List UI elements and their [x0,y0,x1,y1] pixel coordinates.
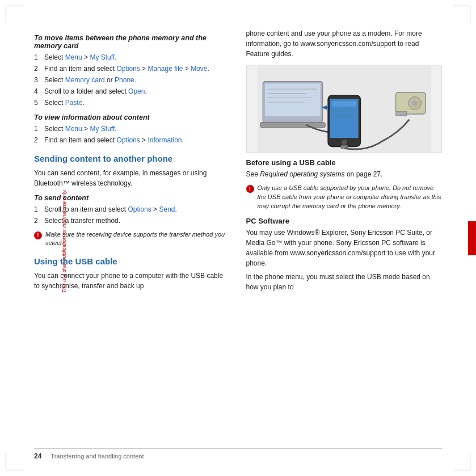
note-icon2: ! [246,185,254,193]
options-link: Options [116,65,140,73]
note-icon: ! [34,231,42,239]
move-items-heading: To move items between the phone memory a… [34,34,230,50]
corner-mark-tr [453,6,470,23]
section-pc-software: PC Software You may use Windows® Explore… [246,217,443,292]
svg-rect-11 [332,109,351,112]
menu-link2: Menu [65,125,82,133]
before-usb-heading: Before using a USB cable [246,158,443,167]
information-link: Information [148,136,182,144]
section-before-usb: Before using a USB cable See Required op… [246,158,443,211]
pc-software-body1: You may use Windows® Explorer, Sony Eric… [246,228,443,268]
svg-rect-12 [332,114,353,117]
usb-note: ! Only use a USB cable supported by your… [246,184,443,211]
send-content-steps: 1 Scroll to an item and select Options >… [34,204,230,226]
list-item: 3 Select Memory card or Phone. [34,75,230,85]
paste-link: Paste [65,99,83,107]
section-usb-cable: Using the USB cable You can connect your… [34,256,230,291]
list-item: 1 Select Menu > My Stuff. [34,124,230,134]
page-chapter: Transferring and handling content [50,453,144,460]
view-info-steps: 1 Select Menu > My Stuff. 2 Find an item… [34,124,230,145]
list-item: 1 Scroll to an item and select Options >… [34,204,230,214]
view-info-heading: To view information about content [34,113,230,121]
move-link: Move [191,65,207,73]
send-note-text: Make sure the receiving device supports … [45,230,230,248]
page-container: This is a draft publication for internal… [0,0,476,476]
managefile-link: Manage file [148,65,183,73]
svg-point-17 [412,100,418,106]
svg-point-13 [341,140,347,145]
svg-rect-10 [332,101,356,107]
device-image [246,65,443,153]
before-usb-body: See Required operating systems on page 2… [246,169,443,179]
mystuff-link2: My Stuff [90,125,115,133]
list-item: 1 Select Menu > My Stuff. [34,52,230,62]
sending-content-heading: Sending content to another phone [34,153,230,165]
menu-link: Menu [65,53,82,61]
send-note: ! Make sure the receiving device support… [34,230,230,248]
send-link: Send [159,205,175,213]
section-view-info: To view information about content 1 Sele… [34,113,230,145]
red-side-tab [468,221,476,255]
svg-rect-7 [260,122,325,128]
move-items-steps: 1 Select Menu > My Stuff. 2 Find an item… [34,52,230,108]
corner-mark-bl [6,453,23,470]
sending-content-body: You can send content, for example, in me… [34,168,230,188]
list-item: 4 Scroll to a folder and select Open. [34,86,230,96]
list-item: 2 Find an item and select Options > Info… [34,135,230,145]
usb-cable-heading: Using the USB cable [34,256,230,267]
mystuff-link: My Stuff [90,53,115,61]
right-column: phone content and use your phone as a mo… [246,28,443,436]
corner-mark-tl [6,6,23,23]
svg-rect-18 [395,111,406,116]
usb-note-text: Only use a USB cable supported by your p… [258,184,443,211]
memorycard-link: Memory card [65,76,105,84]
svg-rect-2 [265,84,321,116]
page-footer: 24 Transferring and handling content [34,448,442,460]
list-item: 2 Select a transfer method. [34,216,230,226]
left-column: To move items between the phone memory a… [34,28,230,436]
section-move-items: To move items between the phone memory a… [34,34,230,108]
page-number: 24 [34,452,41,460]
send-content-subheading: To send content [34,194,230,202]
device-svg [247,65,442,152]
phone-link: Phone [115,76,134,84]
options-link3: Options [128,205,151,213]
section-sending-content: Sending content to another phone You can… [34,153,230,248]
corner-mark-br [453,453,470,470]
list-item: 2 Find an item and select Options > Mana… [34,64,230,74]
pc-software-body2: In the phone menu, you must select the U… [246,272,443,292]
intro-continuation: phone content and use your phone as a mo… [246,28,443,59]
usb-cable-body: You can connect your phone to a computer… [34,271,230,291]
content-area: To move items between the phone memory a… [34,28,442,436]
list-item: 5 Select Paste. [34,98,230,108]
options-link2: Options [116,136,140,144]
open-link: Open [128,87,145,95]
pc-software-heading: PC Software [246,217,443,225]
